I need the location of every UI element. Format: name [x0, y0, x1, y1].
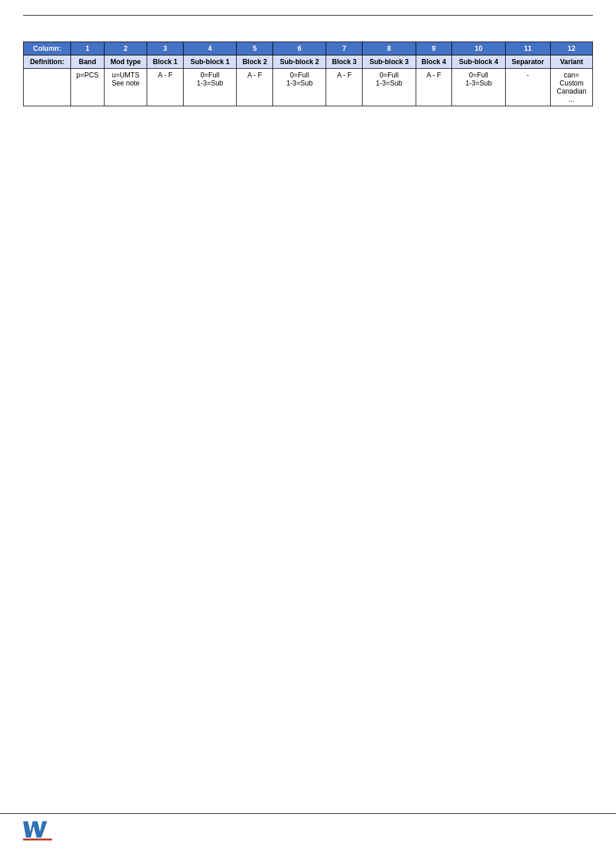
val-col-8: 0=Full1-3=Sub	[363, 69, 416, 106]
table-definition-row: Definition: Band Mod type Block 1 Sub-bl…	[24, 55, 593, 69]
blocks-table	[92, 118, 277, 120]
svg-rect-1	[23, 839, 52, 840]
col-header-7: 7	[326, 42, 363, 55]
col-header-5: 5	[237, 42, 273, 55]
svg-marker-0	[23, 821, 47, 838]
def-col-4: Sub-block 1	[184, 55, 237, 69]
page-footer	[0, 813, 616, 840]
col-header-3: 3	[147, 42, 184, 55]
blocks-uplink-header	[92, 118, 185, 120]
val-col-4: 0=Full1-3=Sub	[184, 69, 237, 106]
subblocks-downlink-header	[185, 128, 277, 131]
subblocks-section	[23, 128, 593, 131]
col-header-label: Column:	[24, 42, 71, 55]
def-col-7: Block 3	[326, 55, 363, 69]
val-col-1: p=PCS	[71, 69, 104, 106]
blocks-downlink-header	[185, 118, 277, 120]
val-col-3: A - F	[147, 69, 184, 106]
def-col-1: Band	[71, 55, 104, 69]
val-col-10: 0=Full1-3=Sub	[452, 69, 505, 106]
col-header-11: 11	[505, 42, 550, 55]
table-header-row: Column: 1 2 3 4 5 6 7 8 9 10 11 12	[24, 42, 593, 55]
col-header-10: 10	[452, 42, 505, 55]
col-header-2: 2	[104, 42, 147, 55]
col-header-6: 6	[273, 42, 326, 55]
subblocks-table	[92, 128, 277, 131]
header-divider	[23, 15, 593, 16]
westell-logo-icon	[23, 817, 52, 840]
val-col-9: A - F	[416, 69, 452, 106]
def-col-8: Sub-block 3	[363, 55, 416, 69]
def-col-3: Block 1	[147, 55, 184, 69]
naming-table: Column: 1 2 3 4 5 6 7 8 9 10 11 12 Defin…	[23, 42, 593, 106]
val-col-6: 0=Full1-3=Sub	[273, 69, 326, 106]
def-label: Definition:	[24, 55, 71, 69]
subblocks-uplink-header	[92, 128, 185, 131]
val-col-12: can=CustomCanadian...	[551, 69, 593, 106]
def-col-10: Sub-block 4	[452, 55, 505, 69]
footer-logo-area	[23, 817, 58, 840]
page-container: Column: 1 2 3 4 5 6 7 8 9 10 11 12 Defin…	[0, 0, 616, 185]
val-col-11: -	[505, 69, 550, 106]
col-header-1: 1	[71, 42, 104, 55]
val-col-7: A - F	[326, 69, 363, 106]
col-header-9: 9	[416, 42, 452, 55]
col-header-12: 12	[551, 42, 593, 55]
def-col-9: Block 4	[416, 55, 452, 69]
def-col-12: Variant	[551, 55, 593, 69]
val-col-2: u=UMTSSee note	[104, 69, 147, 106]
blocks-section	[23, 118, 593, 120]
def-col-11: Separator	[505, 55, 550, 69]
col-header-4: 4	[184, 42, 237, 55]
def-col-5: Block 2	[237, 55, 273, 69]
val-label	[24, 69, 71, 106]
blocks-header-row	[92, 118, 277, 120]
def-col-2: Mod type	[104, 55, 147, 69]
section-heading	[23, 25, 593, 35]
def-col-6: Sub-block 2	[273, 55, 326, 69]
subblocks-header-row	[92, 128, 277, 131]
val-col-5: A - F	[237, 69, 273, 106]
table-value-row: p=PCS u=UMTSSee note A - F 0=Full1-3=Sub…	[24, 69, 593, 106]
col-header-8: 8	[363, 42, 416, 55]
